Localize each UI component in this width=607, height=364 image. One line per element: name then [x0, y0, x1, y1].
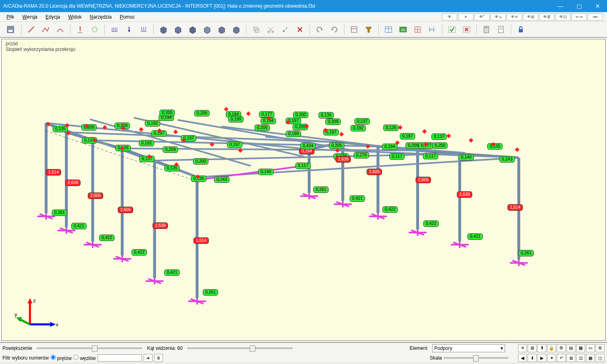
utilization-label: 0,209 [163, 146, 178, 153]
lock-tool[interactable] [514, 23, 527, 36]
panel-btn-1[interactable]: ✕ [518, 344, 527, 352]
svg-rect-52 [519, 29, 523, 32]
surface-load-tool[interactable] [137, 23, 150, 36]
svg-rect-1 [8, 30, 13, 32]
cube-view-3[interactable] [186, 23, 199, 36]
menu-wersja[interactable]: Wersja [18, 13, 41, 21]
close-button[interactable]: ✕ [588, 0, 607, 12]
cube-view-5[interactable] [215, 23, 228, 36]
menu-edycja[interactable]: Edycja [41, 13, 64, 21]
cube-view-2[interactable] [172, 23, 185, 36]
filter-apply-button[interactable]: ➜ [144, 354, 153, 362]
nav-snap[interactable]: ✦ [547, 354, 556, 362]
element-combo[interactable]: Podpory▾ [432, 344, 505, 352]
cube-view-1[interactable] [157, 23, 170, 36]
utilization-label: 0,135 [164, 165, 180, 171]
view3d-tool[interactable]: 3D [397, 23, 410, 36]
utilization-label: 2,639 [457, 191, 472, 198]
menu-widok[interactable]: Widok [64, 13, 86, 21]
move-node-tool[interactable] [279, 23, 292, 36]
cut-tool[interactable] [264, 23, 277, 36]
utilization-label: 0,137 [354, 118, 370, 125]
view-tool-4[interactable]: 👁↘ [490, 13, 506, 21]
utilization-label: 2,639 [335, 156, 351, 163]
delete-tool[interactable] [293, 23, 306, 36]
panel-btn-5[interactable]: ⚙ [557, 344, 566, 352]
undo-button[interactable] [313, 23, 326, 36]
draw-line-tool[interactable] [25, 23, 38, 36]
nav-grid2[interactable]: ⊡ [576, 354, 585, 362]
main-toolbar: 3D [0, 22, 607, 37]
error-tool[interactable] [460, 23, 473, 36]
copy-tool[interactable] [250, 23, 263, 36]
view-tool-7[interactable]: 👁≣ [539, 13, 554, 21]
nav-down[interactable]: ⬇ [528, 354, 537, 362]
redo-button[interactable] [328, 23, 341, 36]
svg-line-2 [28, 27, 34, 32]
nav-left[interactable]: ◀ [518, 354, 527, 362]
filter-tool[interactable] [362, 23, 375, 36]
angle-slider[interactable] [187, 347, 293, 349]
svg-point-4 [92, 27, 97, 32]
minimize-button[interactable]: ― [551, 0, 570, 12]
panel-btn-9[interactable]: ⧉ [596, 344, 605, 352]
view-tool-2[interactable]: ✕ [458, 13, 473, 21]
svg-marker-29 [320, 29, 323, 30]
utilization-label: 0,422 [99, 235, 115, 241]
menu-bar: PlikWersjaEdycjaWidokNarzędziaPomoc 👁 ✕ … [0, 12, 607, 22]
check-tool[interactable] [446, 23, 458, 36]
distributed-load-tool[interactable] [108, 23, 121, 36]
load-settings-tool[interactable] [88, 23, 101, 36]
nav-grid3[interactable]: ▦ [586, 354, 595, 362]
zoom-label: Powiększenie [2, 345, 32, 351]
grid-tool[interactable] [411, 23, 424, 36]
nav-right[interactable]: ▶ [537, 354, 546, 362]
draw-polyline-tool[interactable] [39, 23, 52, 36]
view-tool-8[interactable]: 👁⊡ [555, 13, 571, 21]
panel-btn-8[interactable]: ▭ [586, 344, 595, 352]
panel-btn-4[interactable]: 🔒 [547, 344, 556, 352]
panel-btn-2[interactable]: ⊞ [528, 344, 537, 352]
skala-slider[interactable] [444, 357, 508, 359]
view-tool-extend-right[interactable]: ⇥⇤ [588, 13, 603, 21]
utilization-label: 1,514 [46, 169, 61, 176]
maximize-button[interactable]: ▢ [570, 0, 588, 12]
save-button[interactable] [3, 23, 18, 36]
zoom-slider[interactable] [37, 347, 142, 349]
element-label: Element [410, 345, 427, 351]
support-tool[interactable] [74, 23, 87, 36]
nav-grid1[interactable]: ⊞ [567, 354, 575, 362]
nav-grid4[interactable]: ◫ [596, 354, 605, 362]
filter-pause-button[interactable]: ⏸ [154, 354, 163, 362]
menu-pomoc[interactable]: Pomoc [116, 13, 139, 21]
table-tool[interactable] [382, 23, 395, 36]
view-tool-5[interactable]: 👁✕ [507, 13, 522, 21]
svg-rect-12 [141, 30, 146, 32]
menu-plik[interactable]: Plik [2, 13, 18, 21]
report-tool[interactable] [495, 23, 507, 36]
utilization-label: 0,205 [194, 110, 210, 116]
panel-btn-3[interactable]: ⬆ [537, 344, 546, 352]
results-tool[interactable] [348, 23, 361, 36]
cube-view-4[interactable] [201, 23, 214, 36]
view-tool-1[interactable]: 👁 [442, 13, 457, 21]
viewport[interactable]: przód Stopień wykorzystania przekroju 0,… [0, 37, 607, 343]
cube-view-6[interactable] [230, 23, 243, 36]
menu-narzędzia[interactable]: Narzędzia [86, 13, 116, 21]
draw-arc-tool[interactable] [54, 23, 67, 36]
utilization-label: 0,135 [318, 112, 334, 119]
dimensioning-tool[interactable] [426, 23, 439, 36]
panel-btn-6[interactable]: ▤ [567, 344, 575, 352]
calc-tool[interactable] [480, 23, 493, 36]
radio-pretow[interactable]: prętów [51, 355, 72, 361]
svg-marker-133 [16, 317, 22, 322]
filter-input[interactable] [98, 354, 142, 362]
radio-wezlow[interactable]: węzłów [73, 355, 96, 361]
view-tool-extend-left[interactable]: ⇤⇥ [571, 13, 587, 21]
point-load-tool[interactable] [123, 23, 136, 36]
view-tool-6[interactable]: 👁⊞ [523, 13, 538, 21]
utilization-label: 2,639 [153, 222, 168, 229]
nav-undo[interactable]: ↶ [557, 354, 566, 362]
view-tool-3[interactable]: 👁" [474, 13, 490, 21]
panel-btn-7[interactable]: ▦ [576, 344, 585, 352]
